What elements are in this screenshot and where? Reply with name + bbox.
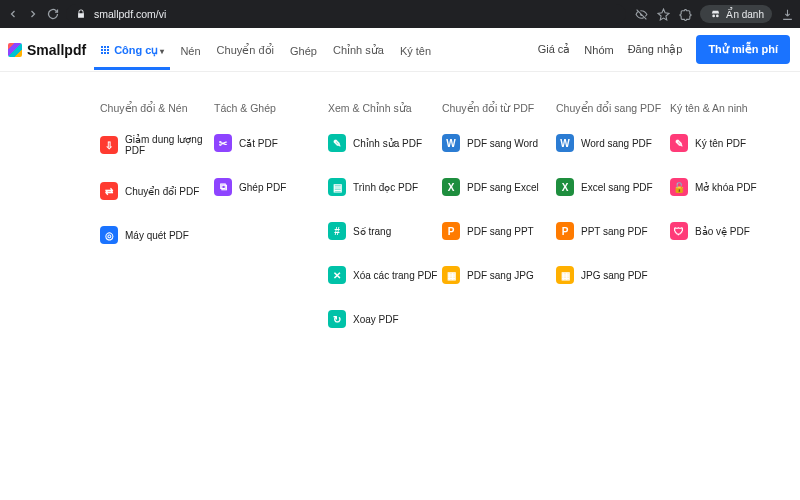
svg-point-1 — [716, 14, 719, 17]
tool-item[interactable]: ◎Máy quét PDF — [100, 226, 212, 244]
brand-logo[interactable]: Smallpdf — [8, 42, 86, 58]
tool-label: Ghép PDF — [239, 182, 286, 193]
tool-item[interactable]: WPDF sang Word — [442, 134, 554, 152]
tool-label: PPT sang PDF — [581, 226, 648, 237]
tool-icon: X — [442, 178, 460, 196]
tools-column: Chuyển đổi sang PDFWWord sang PDFXExcel … — [556, 102, 668, 354]
tool-item[interactable]: ▦JPG sang PDF — [556, 266, 668, 284]
nav-tools[interactable]: Công cụ▾ — [98, 30, 166, 69]
tool-item[interactable]: ⧉Ghép PDF — [214, 178, 326, 196]
reload-icon[interactable] — [46, 7, 60, 21]
tools-column: Tách & Ghép✂Cắt PDF⧉Ghép PDF — [214, 102, 326, 354]
address-bar[interactable]: smallpdf.com/vi — [66, 4, 626, 24]
column-header: Xem & Chỉnh sửa — [328, 102, 440, 114]
tools-column: Chuyển đổi & Nén⇩Giảm dung lượng PDF⇄Chu… — [100, 102, 212, 354]
column-header: Chuyển đổi từ PDF — [442, 102, 554, 114]
column-header: Chuyển đổi sang PDF — [556, 102, 668, 114]
tool-item[interactable]: ✂Cắt PDF — [214, 134, 326, 152]
tools-panel: Chuyển đổi & Nén⇩Giảm dung lượng PDF⇄Chu… — [0, 72, 800, 354]
tool-icon: W — [442, 134, 460, 152]
nav-edit[interactable]: Chỉnh sửa — [331, 30, 386, 69]
tool-item[interactable]: XPDF sang Excel — [442, 178, 554, 196]
cta-trial-button[interactable]: Thử miễn phí — [696, 35, 790, 64]
tool-icon: ⧉ — [214, 178, 232, 196]
tool-icon: X — [556, 178, 574, 196]
tool-item[interactable]: PPPT sang PDF — [556, 222, 668, 240]
main-nav: Công cụ▾ Nén Chuyển đổi Ghép Chỉnh sửa K… — [98, 30, 433, 69]
tool-item[interactable]: 🔓Mở khóa PDF — [670, 178, 782, 196]
tool-label: Ký tên PDF — [695, 138, 746, 149]
svg-point-0 — [712, 14, 715, 17]
tool-icon: ▦ — [442, 266, 460, 284]
tool-icon: ◎ — [100, 226, 118, 244]
chevron-down-icon: ▾ — [160, 47, 164, 56]
tool-label: PDF sang PPT — [467, 226, 534, 237]
link-login[interactable]: Đăng nhập — [628, 43, 683, 56]
tool-label: Giảm dung lượng PDF — [125, 134, 212, 156]
tool-label: PDF sang Excel — [467, 182, 539, 193]
incognito-label: Ẩn danh — [726, 9, 764, 20]
tool-item[interactable]: ⇄Chuyển đổi PDF — [100, 182, 212, 200]
tool-item[interactable]: ✎Chỉnh sửa PDF — [328, 134, 440, 152]
forward-icon[interactable] — [26, 7, 40, 21]
incognito-badge[interactable]: Ẩn danh — [700, 5, 772, 23]
tool-item[interactable]: XExcel sang PDF — [556, 178, 668, 196]
tools-column: Ký tên & An ninh✎Ký tên PDF🔓Mở khóa PDF🛡… — [670, 102, 782, 354]
tool-item[interactable]: #Số trang — [328, 222, 440, 240]
incognito-icon — [708, 7, 722, 21]
tools-column: Chuyển đổi từ PDFWPDF sang WordXPDF sang… — [442, 102, 554, 354]
tool-item[interactable]: 🛡Bảo vệ PDF — [670, 222, 782, 240]
tool-icon: 🛡 — [670, 222, 688, 240]
tool-label: PDF sang Word — [467, 138, 538, 149]
browser-chrome: smallpdf.com/vi Ẩn danh — [0, 0, 800, 28]
nav-convert[interactable]: Chuyển đổi — [215, 30, 276, 69]
nav-sign[interactable]: Ký tên — [398, 31, 433, 69]
tool-icon: W — [556, 134, 574, 152]
tool-label: Mở khóa PDF — [695, 182, 757, 193]
tool-icon: ⇄ — [100, 182, 118, 200]
tool-icon: ✕ — [328, 266, 346, 284]
tool-icon: P — [556, 222, 574, 240]
tool-icon: ✎ — [670, 134, 688, 152]
download-icon[interactable] — [780, 7, 794, 21]
back-icon[interactable] — [6, 7, 20, 21]
tool-label: Chỉnh sửa PDF — [353, 138, 422, 149]
tool-label: Excel sang PDF — [581, 182, 653, 193]
tool-item[interactable]: ✕Xóa các trang PDF — [328, 266, 440, 284]
tool-icon: ✂ — [214, 134, 232, 152]
tool-item[interactable]: ✎Ký tên PDF — [670, 134, 782, 152]
lock-icon — [74, 7, 88, 21]
site-header: Smallpdf Công cụ▾ Nén Chuyển đổi Ghép Ch… — [0, 28, 800, 72]
url-text: smallpdf.com/vi — [94, 8, 166, 20]
tool-label: Máy quét PDF — [125, 230, 189, 241]
star-icon[interactable] — [656, 7, 670, 21]
tool-label: Xoay PDF — [353, 314, 399, 325]
tool-label: JPG sang PDF — [581, 270, 648, 281]
link-pricing[interactable]: Giá cả — [538, 43, 571, 56]
eye-off-icon[interactable] — [634, 7, 648, 21]
extensions-icon[interactable] — [678, 7, 692, 21]
tool-icon: ✎ — [328, 134, 346, 152]
tool-item[interactable]: ↻Xoay PDF — [328, 310, 440, 328]
tool-label: Word sang PDF — [581, 138, 652, 149]
tool-icon: ⇩ — [100, 136, 118, 154]
tool-item[interactable]: WWord sang PDF — [556, 134, 668, 152]
tools-column: Xem & Chỉnh sửa✎Chỉnh sửa PDF▤Trình đọc … — [328, 102, 440, 354]
tool-item[interactable]: ▤Trình đọc PDF — [328, 178, 440, 196]
tool-icon: # — [328, 222, 346, 240]
nav-compress[interactable]: Nén — [178, 31, 202, 69]
tool-label: Chuyển đổi PDF — [125, 186, 199, 197]
tool-icon: P — [442, 222, 460, 240]
tool-item[interactable]: ⇩Giảm dung lượng PDF — [100, 134, 212, 156]
tool-item[interactable]: ▦PDF sang JPG — [442, 266, 554, 284]
tool-item[interactable]: PPDF sang PPT — [442, 222, 554, 240]
column-header: Ký tên & An ninh — [670, 102, 782, 114]
tool-icon: 🔓 — [670, 178, 688, 196]
link-teams[interactable]: Nhóm — [584, 44, 613, 56]
tool-icon: ↻ — [328, 310, 346, 328]
tool-label: Trình đọc PDF — [353, 182, 418, 193]
tool-label: Cắt PDF — [239, 138, 278, 149]
nav-merge[interactable]: Ghép — [288, 31, 319, 69]
tool-icon: ▤ — [328, 178, 346, 196]
header-right: Giá cả Nhóm Đăng nhập Thử miễn phí — [538, 35, 790, 64]
